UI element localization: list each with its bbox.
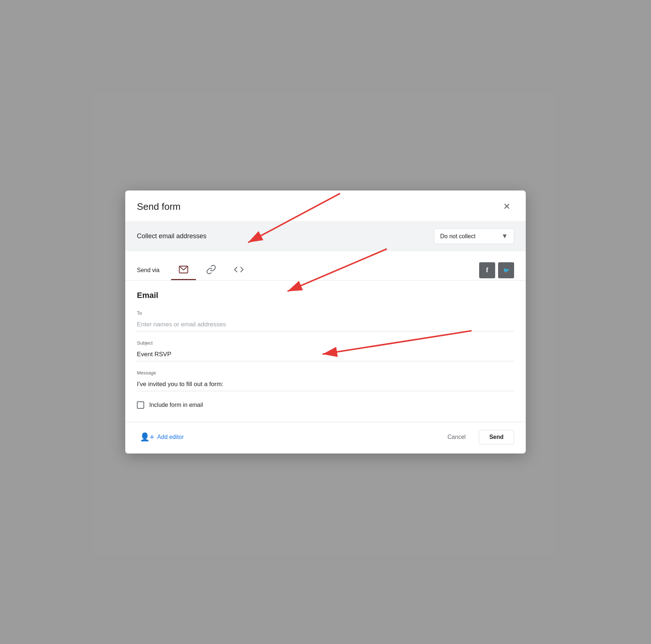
code-icon — [234, 264, 244, 275]
message-label: Message — [137, 370, 514, 376]
collect-email-bar: Collect email addresses Do not collect ▼ — [125, 221, 526, 251]
dialog-title: Send form — [137, 201, 181, 212]
send-via-label: Send via — [137, 267, 159, 274]
send-via-section: Send via — [125, 254, 526, 280]
link-icon — [206, 264, 216, 275]
tab-link[interactable] — [199, 260, 224, 280]
dialog-footer: 👤+ Add editor Cancel Send — [125, 422, 526, 453]
include-form-checkbox[interactable] — [137, 401, 144, 409]
to-field-group: To — [137, 310, 514, 331]
close-icon: ✕ — [503, 201, 510, 212]
tab-email[interactable] — [171, 260, 196, 280]
collect-email-dropdown[interactable]: Do not collect ▼ — [434, 228, 514, 244]
dialog-overlay: Send form ✕ Collect email addresses Do n… — [0, 0, 651, 644]
footer-actions: Cancel Send — [440, 430, 514, 444]
facebook-icon: f — [486, 266, 488, 274]
facebook-share-button[interactable]: f — [479, 262, 495, 278]
send-button[interactable]: Send — [479, 430, 514, 444]
email-section-title: Email — [137, 291, 514, 300]
include-form-row: Include form in email — [137, 401, 514, 409]
subject-value[interactable]: Event RSVP — [137, 348, 514, 361]
close-button[interactable]: ✕ — [500, 199, 514, 214]
send-form-dialog: Send form ✕ Collect email addresses Do n… — [125, 191, 526, 453]
message-field-group: Message I've invited you to fill out a f… — [137, 370, 514, 391]
include-form-label: Include form in email — [149, 402, 203, 408]
collect-email-dropdown-value: Do not collect — [440, 233, 476, 240]
subject-field-group: Subject Event RSVP — [137, 340, 514, 361]
add-editor-button[interactable]: 👤+ Add editor — [137, 429, 187, 445]
social-icons: f 🐦 — [479, 262, 514, 278]
twitter-icon: 🐦 — [503, 267, 509, 273]
email-icon — [178, 264, 189, 275]
add-person-icon: 👤+ — [140, 432, 154, 442]
to-label: To — [137, 310, 514, 316]
message-value[interactable]: I've invited you to fill out a form: — [137, 378, 514, 391]
chevron-down-icon: ▼ — [501, 232, 508, 240]
add-editor-label: Add editor — [157, 434, 184, 440]
send-via-tabs — [171, 260, 479, 280]
send-via-row: Send via — [137, 260, 514, 280]
to-input[interactable] — [137, 318, 514, 331]
dialog-header: Send form ✕ — [125, 191, 526, 221]
form-body: Email To Subject Event RSVP Message I've… — [125, 280, 526, 422]
subject-label: Subject — [137, 340, 514, 346]
collect-email-label: Collect email addresses — [137, 232, 206, 240]
twitter-share-button[interactable]: 🐦 — [498, 262, 514, 278]
cancel-button[interactable]: Cancel — [440, 430, 473, 444]
tab-embed[interactable] — [226, 260, 251, 280]
